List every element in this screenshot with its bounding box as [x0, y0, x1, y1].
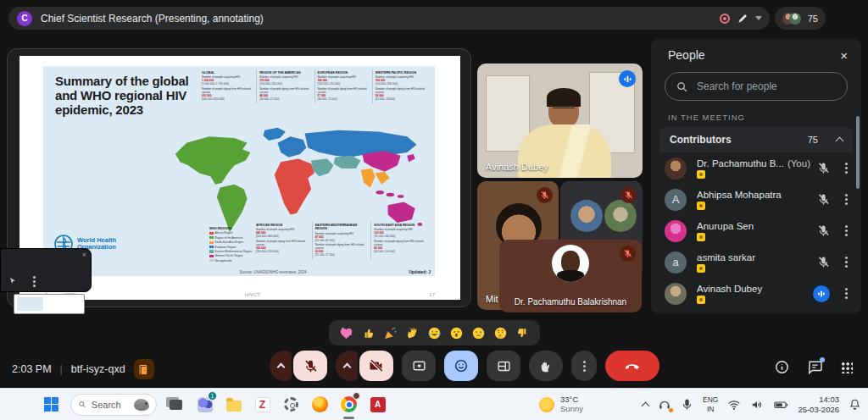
cursor-icon[interactable]	[8, 276, 18, 286]
raise-hand-button[interactable]	[529, 351, 563, 381]
chrome-profile-badge	[353, 392, 360, 400]
firefox-icon[interactable]	[311, 395, 329, 413]
more-options-icon[interactable]	[845, 198, 848, 201]
wifi-icon[interactable]	[727, 398, 741, 412]
stat-block-americas: REGION OF THE AMERICAS Number of people …	[256, 69, 314, 103]
sun-icon	[539, 397, 554, 412]
tears-of-joy-reaction[interactable]	[427, 326, 442, 340]
region-stats-bottom-row: AFRICAN REGION Number of people acquirin…	[253, 222, 430, 259]
stat-block-african: AFRICAN REGION Number of people acquirin…	[253, 222, 312, 259]
participant-row[interactable]: Anurupa Sen	[651, 215, 861, 246]
participants-count-pill[interactable]: 75	[775, 7, 826, 30]
region-stats-top-row: GLOBAL Number of people acquiring HIV1 3…	[199, 69, 430, 103]
hidden-icons-chevron[interactable]	[642, 401, 650, 410]
thumbs-up-reaction[interactable]	[361, 326, 376, 340]
people-search-input[interactable]	[697, 80, 824, 92]
mic-options-chevron[interactable]	[270, 351, 292, 381]
camera-button[interactable]	[359, 351, 393, 381]
stat-block-western-pacific: WESTERN PACIFIC REGION Number of people …	[372, 69, 430, 103]
chrome-icon[interactable]	[340, 395, 358, 413]
chat-button[interactable]	[807, 359, 823, 375]
taskbar-search-input[interactable]	[92, 400, 129, 410]
annotation-pen-icon[interactable]	[737, 13, 748, 25]
close-icon[interactable]: ×	[840, 49, 848, 62]
battery-icon[interactable]	[773, 397, 788, 412]
close-icon[interactable]: ×	[82, 251, 86, 259]
participant-name: Avinash Dubey	[486, 162, 548, 172]
breakout-room-icon[interactable]	[134, 359, 154, 379]
end-call-button[interactable]	[605, 351, 659, 381]
chat-notification-dot	[820, 357, 825, 362]
microphone-button[interactable]	[293, 351, 327, 381]
more-options-button[interactable]	[571, 351, 597, 381]
people-panel: People × IN THE MEETING Contributors 75 …	[651, 38, 861, 314]
emoji-badge	[697, 202, 705, 210]
participant-row[interactable]: Avinash Dubey	[651, 278, 861, 309]
active-app-indicator	[343, 417, 354, 419]
crying-face-reaction[interactable]	[471, 326, 486, 340]
language-indicator[interactable]: ENG IN	[703, 395, 718, 412]
thinking-face-reaction[interactable]	[493, 326, 508, 340]
headset-icon[interactable]	[658, 398, 671, 412]
start-button[interactable]	[44, 397, 58, 412]
open-mouth-reaction[interactable]	[449, 326, 464, 340]
taskbar-clock[interactable]: 14:03 25-03-2026	[798, 395, 839, 415]
people-search[interactable]	[665, 72, 848, 101]
file-explorer-icon[interactable]	[225, 395, 242, 413]
more-options-icon[interactable]	[845, 167, 848, 169]
scrollbar[interactable]	[856, 116, 860, 189]
more-options-icon[interactable]	[33, 280, 36, 283]
participant-row[interactable]: A Abhipsa Mohapatra	[651, 184, 861, 215]
video-tile-pachamuthu[interactable]: Dr. Pachamuthu Balakrishnan	[499, 240, 642, 312]
slide-thumbnail[interactable]	[14, 294, 85, 314]
layout-button[interactable]	[487, 351, 520, 381]
taskbar-weather[interactable]: 33°C Sunny	[539, 395, 583, 414]
chevron-down-icon[interactable]	[755, 16, 762, 24]
microphone-tray-icon[interactable]	[681, 398, 693, 411]
participant-row[interactable]: Dr. Pachamuthu B...(You)	[651, 152, 861, 184]
avatar	[665, 158, 687, 180]
more-options-icon[interactable]	[845, 229, 848, 232]
acrobat-icon[interactable]: A	[369, 395, 387, 413]
in-the-meeting-label: IN THE MEETING	[668, 113, 861, 122]
avatar	[552, 245, 589, 282]
emoji-badge	[697, 264, 705, 273]
contributors-header[interactable]: Contributors 75	[659, 127, 853, 152]
more-options-icon[interactable]	[845, 261, 848, 263]
party-popper-reaction[interactable]	[383, 326, 398, 340]
task-view-icon[interactable]	[167, 395, 185, 413]
slide-footer: January 2020 HIVCT 17	[45, 292, 435, 297]
taskbar-search[interactable]	[70, 394, 157, 416]
avatar	[789, 13, 801, 25]
activities-icon[interactable]	[840, 361, 853, 373]
chevron-up-icon	[836, 137, 844, 146]
clapping-hands-reaction[interactable]	[405, 326, 420, 340]
speaker-icon[interactable]	[750, 398, 764, 412]
notifications-bell-icon[interactable]	[849, 398, 861, 411]
google-meet-window: C Chief Scientist Research (Presenting, …	[0, 0, 868, 420]
mic-off-icon	[620, 187, 637, 203]
teams-icon[interactable]: 1	[196, 395, 214, 413]
present-screen-button[interactable]	[402, 351, 436, 381]
annotation-mini-window[interactable]: ×	[0, 248, 92, 292]
headset-badge	[668, 407, 674, 413]
avatar: A	[665, 189, 687, 211]
mic-off-icon	[537, 187, 553, 203]
video-tile-avinash[interactable]: Avinash Dubey	[477, 64, 643, 178]
meeting-details-icon[interactable]	[774, 359, 790, 375]
stat-block-south-east-asia: SOUTH-EAST ASIA REGION Number of people …	[370, 222, 430, 259]
camera-options-chevron[interactable]	[336, 351, 358, 381]
thumbs-down-reaction[interactable]	[515, 326, 530, 340]
divider: |	[60, 363, 63, 375]
settings-icon[interactable]	[282, 395, 300, 413]
sparkling-heart-reaction[interactable]	[339, 326, 353, 340]
more-options-icon[interactable]	[845, 292, 848, 295]
mic-off-icon	[817, 162, 830, 174]
meet-top-bar: C Chief Scientist Research (Presenting, …	[0, 0, 868, 37]
audio-activity-icon	[619, 70, 636, 87]
presenting-tools-pill	[712, 7, 770, 30]
participant-row[interactable]: a asmita sarkar	[651, 246, 861, 278]
zotero-icon[interactable]: Z	[253, 395, 271, 413]
slide-content-panel: Summary of the global and WHO regional H…	[43, 66, 435, 276]
reactions-button[interactable]	[444, 351, 478, 381]
